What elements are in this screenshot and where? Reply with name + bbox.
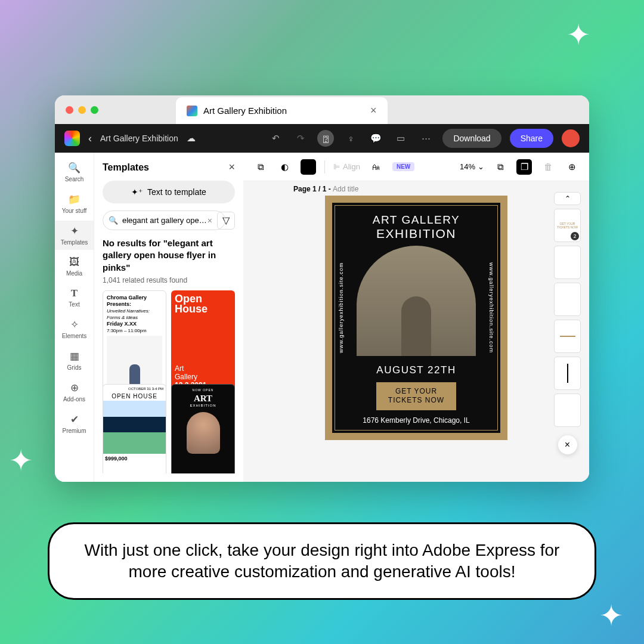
help-icon[interactable]: ♀	[342, 130, 359, 147]
sparkle-icon: ✦	[9, 444, 33, 477]
cloud-sync-icon[interactable]: ☁	[187, 133, 196, 144]
related-count: 1,041 related results found	[103, 276, 235, 284]
rail-elements[interactable]: ✧Elements	[55, 314, 94, 343]
rail-grids[interactable]: ▦Grids	[55, 346, 94, 375]
align-icon: ⊫	[333, 162, 340, 171]
layers-icon[interactable]: ❐	[516, 159, 532, 175]
addons-icon: ⊕	[70, 382, 79, 394]
tab-title: Art Gallery Exhibition	[203, 106, 287, 116]
undo-button[interactable]: ↶	[267, 130, 284, 147]
canvas-toolbar: ⧉ ◐ ⊫Align 🗛 NEW 14%⌄ ⧉ ❐ 🗑 ⊕	[243, 153, 589, 181]
chevron-up-icon: ⌃	[565, 194, 571, 203]
elements-icon: ✧	[70, 318, 79, 331]
grids-icon: ▦	[70, 350, 79, 363]
no-results-text: No results for "elegant art gallery open…	[103, 237, 235, 274]
back-button[interactable]: ‹	[88, 132, 92, 145]
rail-premium[interactable]: ✔Premium	[55, 409, 94, 438]
chevron-down-icon: ⌄	[478, 162, 484, 171]
flyer-url-right: www.galleryexhibition.site.com	[488, 262, 494, 353]
crop-icon[interactable]: ⧉	[253, 159, 268, 175]
page-thumbnail[interactable]: GET YOUR TICKETS NOW2	[554, 209, 581, 242]
adobe-express-logo-icon[interactable]	[64, 131, 80, 146]
comment-icon[interactable]: 💬	[367, 130, 384, 147]
page-thumbnail[interactable]	[554, 320, 581, 353]
document-title[interactable]: Art Gallery Exhibition	[100, 134, 178, 143]
adobe-express-logo-icon	[187, 106, 197, 116]
flyer-url-left: www.galleryexhibition.site.com	[338, 262, 344, 353]
share-button[interactable]: Share	[510, 129, 553, 148]
templates-icon: ✦	[70, 225, 79, 237]
page-thumbnail[interactable]	[554, 357, 581, 390]
promo-caption: With just one click, take your design ri…	[48, 522, 596, 600]
present-icon[interactable]: ▭	[392, 130, 409, 147]
text-icon: T	[71, 287, 78, 299]
collapse-thumbs-button[interactable]: ⌃	[554, 192, 581, 205]
rail-your-stuff[interactable]: 📁Your stuff	[55, 189, 94, 218]
search-icon: 🔍	[68, 162, 80, 174]
template-card[interactable]: Chroma Gallery Presents: Unveiled Narrat…	[103, 290, 166, 394]
sparkle-icon: ✦	[599, 599, 623, 632]
tab-bar: Art Gallery Exhibition ×	[55, 95, 589, 124]
browser-window: Art Gallery Exhibition × ‹ Art Gallery E…	[55, 95, 589, 482]
template-card[interactable]: OCTOBER 31 3-4 PM OPEN HOUSE $999,000	[103, 384, 166, 473]
close-tab-button[interactable]: ×	[370, 104, 377, 117]
maximize-window-button[interactable]	[91, 106, 98, 114]
template-search-input[interactable]: elegant art gallery open h...	[103, 210, 225, 230]
rail-text[interactable]: TText	[55, 283, 94, 312]
canvas-body[interactable]: Page 1 / 1 - Add title ART GALLERY EXHIB…	[243, 181, 589, 482]
rail-addons[interactable]: ⊕Add-ons	[55, 377, 94, 407]
rail-search[interactable]: 🔍Search	[55, 157, 94, 187]
translate-icon[interactable]: 🗛	[369, 159, 384, 175]
rail-media[interactable]: 🖼Media	[55, 252, 94, 281]
close-window-button[interactable]	[66, 106, 73, 114]
zoom-dropdown[interactable]: 14%⌄	[460, 162, 484, 171]
text-to-template-button[interactable]: ✦⁺ Text to template	[103, 181, 235, 203]
flyer-title-2: EXHIBITION	[376, 227, 456, 241]
template-card[interactable]: NOW OPEN ART EXHIBITION	[171, 384, 235, 473]
more-options-icon[interactable]: ⋯	[417, 130, 434, 147]
invite-button[interactable]: ⍰	[317, 130, 334, 147]
flyer-address: 1676 Kemberly Drive, Chicago, IL	[363, 416, 469, 425]
user-avatar[interactable]	[562, 129, 580, 147]
flyer-title-1: ART GALLERY	[373, 213, 460, 227]
close-thumbnails-button[interactable]: ×	[558, 435, 577, 454]
new-badge: NEW	[392, 162, 414, 171]
template-card[interactable]: OpenHouse ArtGallery12.2.2091	[171, 290, 235, 394]
browser-tab[interactable]: Art Gallery Exhibition ×	[176, 97, 388, 124]
premium-icon: ✔	[70, 413, 79, 426]
palette-icon[interactable]: ◐	[277, 159, 292, 175]
flyer-cta: GET YOURTICKETS NOW	[376, 382, 456, 410]
redo-button[interactable]: ↷	[292, 130, 309, 147]
flyer-image-arch	[357, 246, 476, 356]
page-thumbnail[interactable]	[554, 246, 581, 279]
flyer-design[interactable]: ART GALLERY EXHIBITION www.galleryexhibi…	[325, 196, 507, 440]
canvas-area: ⧉ ◐ ⊫Align 🗛 NEW 14%⌄ ⧉ ❐ 🗑 ⊕ Page 1 / 1…	[243, 153, 589, 482]
page-count-badge: 2	[571, 232, 579, 240]
sparkle-icon: ✦	[566, 18, 590, 51]
duplicate-icon[interactable]: ⧉	[493, 159, 508, 175]
folder-icon: 📁	[68, 193, 80, 206]
app-top-bar: ‹ Art Gallery Exhibition ☁ ↶ ↷ ⍰ ♀ 💬 ▭ ⋯…	[55, 124, 589, 153]
panel-title: Templates	[103, 162, 149, 173]
trash-icon[interactable]: 🗑	[540, 159, 556, 175]
download-button[interactable]: Download	[442, 129, 501, 148]
page-thumbnail[interactable]	[554, 394, 581, 427]
page-thumbnail[interactable]	[554, 283, 581, 316]
media-icon: 🖼	[69, 256, 79, 268]
align-button[interactable]: ⊫Align	[333, 162, 360, 171]
flyer-date: AUGUST 22TH	[376, 364, 456, 376]
minimize-window-button[interactable]	[78, 106, 86, 114]
add-page-icon[interactable]: ⊕	[564, 159, 580, 175]
color-swatch[interactable]	[301, 159, 316, 175]
rail-templates[interactable]: ✦Templates	[55, 221, 94, 250]
traffic-lights	[66, 106, 98, 114]
page-indicator[interactable]: Page 1 / 1 - Add title	[293, 185, 358, 193]
templates-panel: Templates × ✦⁺ Text to template 🔍 elegan…	[94, 153, 243, 482]
left-rail: 🔍Search 📁Your stuff ✦Templates 🖼Media TT…	[55, 153, 94, 482]
page-thumbnails: ⌃ GET YOUR TICKETS NOW2 ×	[554, 192, 581, 454]
close-panel-button[interactable]: ×	[228, 161, 235, 174]
sparkle-ai-icon: ✦⁺	[131, 187, 143, 197]
